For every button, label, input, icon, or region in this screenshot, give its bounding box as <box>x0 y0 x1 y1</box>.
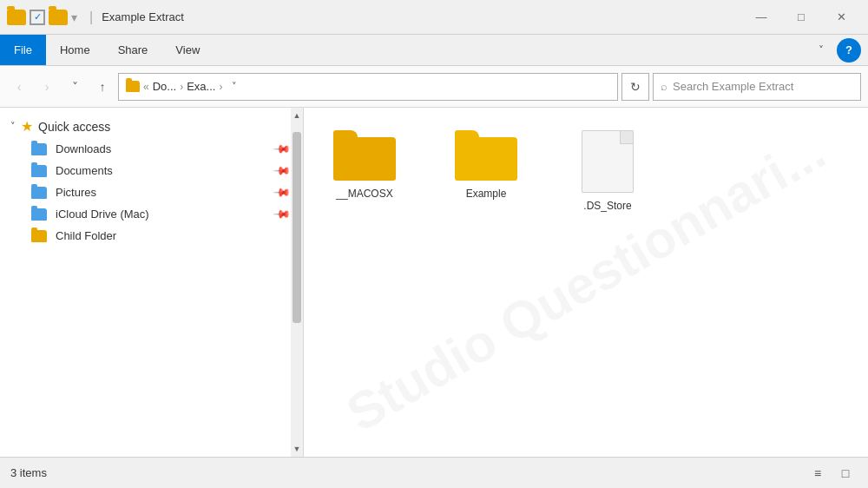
content-area: Studio Questionnari... __MACOSX Example … <box>304 108 868 457</box>
address-folder-icon <box>126 81 140 92</box>
example-folder-icon <box>455 130 517 181</box>
scroll-track <box>291 123 303 441</box>
menu-file[interactable]: File <box>0 35 46 65</box>
search-icon: ⌕ <box>661 80 667 93</box>
maximize-button[interactable]: □ <box>781 0 821 35</box>
sidebar-item-child-folder[interactable]: Child Folder <box>0 225 303 247</box>
menu-expand: ˅ ? <box>802 38 868 63</box>
folder-icon-2 <box>49 10 68 25</box>
sidebar-item-pictures[interactable]: Pictures 📌 <box>0 181 303 203</box>
sidebar-item-downloads[interactable]: Downloads 📌 <box>0 138 303 160</box>
menu-chevron-button[interactable]: ˅ <box>809 38 833 63</box>
quick-access-label: Quick access <box>38 120 110 134</box>
scroll-down-arrow[interactable]: ▼ <box>291 441 303 457</box>
child-folder-icon <box>31 230 47 242</box>
folder-body <box>455 137 517 181</box>
address-path2: Exa... <box>187 80 215 93</box>
dsstore-file-icon <box>582 130 634 193</box>
title-separator: | <box>89 10 93 25</box>
sidebar-item-label: Child Folder <box>56 229 289 242</box>
title-dropdown-chevron[interactable]: ▾ <box>71 10 77 24</box>
address-path1: Do... <box>153 80 176 93</box>
scroll-up-arrow[interactable]: ▲ <box>291 108 303 123</box>
file-name: __MACOSX <box>336 188 392 200</box>
file-item-dsstore[interactable]: .DS_Store <box>564 125 651 217</box>
downloads-folder-icon <box>31 143 47 155</box>
sidebar-content: ˅ ★ Quick access Downloads 📌 Documents 📌… <box>0 108 303 457</box>
file-item-example[interactable]: Example <box>443 125 529 205</box>
pictures-folder-icon <box>31 187 47 199</box>
grid-view-button[interactable]: □ <box>833 461 858 485</box>
quick-access-chevron: ˅ <box>10 121 16 132</box>
sidebar-scrollbar[interactable]: ▲ ▼ <box>291 108 303 457</box>
menu-home[interactable]: Home <box>46 35 104 65</box>
sidebar-item-label: Pictures <box>56 186 266 199</box>
scroll-thumb[interactable] <box>293 132 301 323</box>
sidebar-item-label: Downloads <box>56 142 266 155</box>
sidebar: ˅ ★ Quick access Downloads 📌 Documents 📌… <box>0 108 304 457</box>
pin-icon: 📌 <box>273 205 292 224</box>
folder-icon <box>7 10 26 25</box>
address-arrow: › <box>180 81 183 93</box>
quick-access-header[interactable]: ˅ ★ Quick access <box>0 115 303 138</box>
file-name: Example <box>466 188 507 200</box>
refresh-button[interactable]: ↻ <box>621 73 649 101</box>
sidebar-item-label: iCloud Drive (Mac) <box>56 208 266 221</box>
address-bar[interactable]: « Do... › Exa... › ˅ <box>118 73 618 101</box>
menu-bar: File Home Share View ˅ ? <box>0 35 868 66</box>
nav-down-button[interactable]: ˅ <box>62 75 87 99</box>
file-name: .DS_Store <box>583 200 631 212</box>
back-button[interactable]: ‹ <box>7 75 31 99</box>
menu-share[interactable]: Share <box>104 35 162 65</box>
search-bar[interactable]: ⌕ Search Example Extract <box>653 73 861 101</box>
title-bar: ✓ ▾ | Example Extract — □ ✕ <box>0 0 868 35</box>
quick-access-star: ★ <box>21 118 33 135</box>
address-prefix: « <box>143 81 149 93</box>
search-placeholder: Search Example Extract <box>673 80 793 93</box>
sidebar-item-label: Documents <box>56 164 266 177</box>
sidebar-item-documents[interactable]: Documents 📌 <box>0 160 303 181</box>
list-view-button[interactable]: ≡ <box>806 461 830 485</box>
toolbar: ‹ › ˅ ↑ « Do... › Exa... › ˅ ↻ ⌕ Search … <box>0 66 868 108</box>
pin-icon: 📌 <box>273 183 292 202</box>
menu-view[interactable]: View <box>161 35 214 65</box>
folder-body <box>333 137 396 181</box>
close-button[interactable]: ✕ <box>821 0 861 35</box>
main-layout: ˅ ★ Quick access Downloads 📌 Documents 📌… <box>0 108 868 457</box>
status-view-icons: ≡ □ <box>806 461 858 485</box>
address-arrow2: › <box>219 81 222 93</box>
address-dropdown-button[interactable]: ˅ <box>226 75 243 99</box>
help-button[interactable]: ? <box>837 38 861 63</box>
documents-folder-icon <box>31 165 47 177</box>
macosx-folder-icon <box>333 130 396 181</box>
sidebar-item-icloud[interactable]: iCloud Drive (Mac) 📌 <box>0 203 303 225</box>
icloud-folder-icon <box>31 208 47 221</box>
check-icon: ✓ <box>30 10 45 25</box>
status-bar: 3 items ≡ □ <box>0 457 868 488</box>
file-item-macosx[interactable]: __MACOSX <box>321 125 408 205</box>
up-button[interactable]: ↑ <box>90 75 115 99</box>
status-count: 3 items <box>10 466 47 479</box>
forward-button[interactable]: › <box>35 75 59 99</box>
minimize-button[interactable]: — <box>741 0 781 35</box>
window-controls: — □ ✕ <box>741 0 861 35</box>
pin-icon: 📌 <box>273 162 292 181</box>
title-bar-icons: ✓ ▾ <box>7 10 77 25</box>
pin-icon: 📌 <box>273 140 292 159</box>
window-title: Example Extract <box>102 10 741 23</box>
